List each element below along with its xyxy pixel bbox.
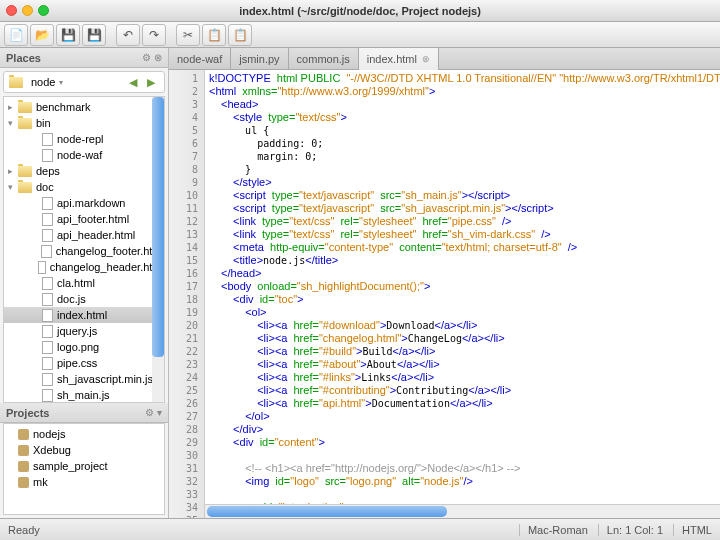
status-position: Ln: 1 Col: 1 (598, 524, 663, 536)
tree-item[interactable]: api_header.html (4, 227, 164, 243)
project-item[interactable]: mk (4, 474, 164, 490)
tree-item[interactable]: api.markdown (4, 195, 164, 211)
titlebar: index.html (~/src/git/node/doc, Project … (0, 0, 720, 22)
save-all-icon: 💾 (87, 28, 102, 42)
projects-header: Projects ⚙ ▾ (0, 403, 168, 423)
close-tab-icon[interactable]: ⊗ (422, 54, 430, 64)
tree-item[interactable]: ▸benchmark (4, 99, 164, 115)
tree-item[interactable]: jquery.js (4, 323, 164, 339)
chevron-down-icon[interactable]: ▾ (157, 407, 162, 418)
close-panel-icon[interactable]: ⊗ (154, 52, 162, 63)
project-item[interactable]: Xdebug (4, 442, 164, 458)
tree-item[interactable]: ▸deps (4, 163, 164, 179)
editor-tabs: node-wafjsmin.pycommon.jsindex.html⊗ (169, 48, 720, 70)
tree-item[interactable]: cla.html (4, 275, 164, 291)
tree-item[interactable]: api_footer.html (4, 211, 164, 227)
tree-item[interactable]: pipe.css (4, 355, 164, 371)
tree-item[interactable]: node-repl (4, 131, 164, 147)
editor-tab[interactable]: index.html⊗ (359, 48, 439, 70)
editor: node-wafjsmin.pycommon.jsindex.html⊗ 123… (169, 48, 720, 518)
selector-label: node (31, 76, 55, 88)
paste-icon: 📋 (233, 28, 248, 42)
projects-list: nodejsXdebugsample_projectmk (3, 423, 165, 515)
chevron-down-icon: ▾ (59, 78, 63, 87)
save-icon: 💾 (61, 28, 76, 42)
undo-icon: ↶ (123, 28, 133, 42)
cut-button[interactable]: ✂ (176, 24, 200, 46)
copy-button[interactable]: 📋 (202, 24, 226, 46)
tree-item[interactable]: logo.png (4, 339, 164, 355)
file-icon: 📄 (9, 28, 24, 42)
scrollbar-thumb[interactable] (152, 97, 164, 357)
scrollbar-track[interactable] (152, 97, 164, 402)
sidebar: Places ⚙ ⊗ node ▾ ◀ ▶ ▸benchmark▾binnode… (0, 48, 169, 518)
tree-item[interactable]: changelog_header.html (4, 259, 164, 275)
tree-item[interactable]: doc.js (4, 291, 164, 307)
tree-item[interactable]: sh_javascript.min.js (4, 371, 164, 387)
places-header: Places ⚙ ⊗ (0, 48, 168, 68)
tree-item[interactable]: node-waf (4, 147, 164, 163)
editor-tab[interactable]: common.js (289, 48, 359, 70)
save-button[interactable]: 💾 (56, 24, 80, 46)
redo-button[interactable]: ↷ (142, 24, 166, 46)
status-text: Ready (8, 524, 40, 536)
close-icon[interactable] (6, 5, 17, 16)
status-encoding[interactable]: Mac-Roman (519, 524, 588, 536)
copy-icon: 📋 (207, 28, 222, 42)
undo-button[interactable]: ↶ (116, 24, 140, 46)
redo-icon: ↷ (149, 28, 159, 42)
h-scrollbar[interactable] (205, 504, 720, 518)
tree-item[interactable]: index.html (4, 307, 164, 323)
open-button[interactable]: 📂 (30, 24, 54, 46)
zoom-icon[interactable] (38, 5, 49, 16)
places-label: Places (6, 52, 41, 64)
status-mode[interactable]: HTML (673, 524, 712, 536)
project-item[interactable]: nodejs (4, 426, 164, 442)
paste-button[interactable]: 📋 (228, 24, 252, 46)
folder-open-icon: 📂 (35, 28, 50, 42)
window-title: index.html (~/src/git/node/doc, Project … (239, 5, 481, 17)
save-all-button[interactable]: 💾 (82, 24, 106, 46)
tree-item[interactable]: sh_main.js (4, 387, 164, 403)
h-scroll-thumb[interactable] (207, 506, 447, 517)
tree-item[interactable]: ▾doc (4, 179, 164, 195)
projects-label: Projects (6, 407, 49, 419)
gear-icon[interactable]: ⚙ (145, 407, 154, 418)
file-tree: ▸benchmark▾binnode-replnode-waf▸deps▾doc… (3, 96, 165, 403)
editor-tab[interactable]: node-waf (169, 48, 231, 70)
statusbar: Ready Mac-Roman Ln: 1 Col: 1 HTML (0, 518, 720, 540)
cut-icon: ✂ (183, 28, 193, 42)
code-area[interactable]: 1234567891011121314151617181920212223242… (169, 70, 720, 518)
new-file-button[interactable]: 📄 (4, 24, 28, 46)
gear-icon[interactable]: ⚙ (142, 52, 151, 63)
window-controls (6, 5, 49, 16)
folder-selector[interactable]: node ▾ ◀ ▶ (3, 71, 165, 93)
nav-back-icon[interactable]: ◀ (125, 74, 141, 90)
editor-tab[interactable]: jsmin.py (231, 48, 288, 70)
line-gutter: 1234567891011121314151617181920212223242… (169, 70, 205, 518)
toolbar: 📄 📂 💾 💾 ↶ ↷ ✂ 📋 📋 (0, 22, 720, 48)
folder-icon (9, 77, 23, 88)
minimize-icon[interactable] (22, 5, 33, 16)
tree-item[interactable]: ▾bin (4, 115, 164, 131)
project-item[interactable]: sample_project (4, 458, 164, 474)
tree-item[interactable]: changelog_footer.html (4, 243, 164, 259)
nav-fwd-icon[interactable]: ▶ (143, 74, 159, 90)
code-content[interactable]: k!DOCTYPE html PUBLIC "-//W3C//DTD XHTML… (205, 70, 720, 518)
